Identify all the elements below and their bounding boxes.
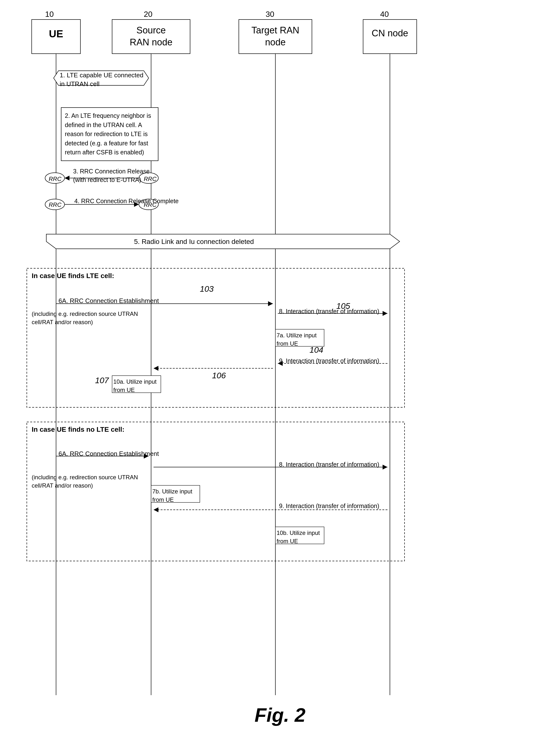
msg5-label: 5. Radio Link and Iu connection deleted bbox=[134, 238, 254, 246]
rrc-source-msg3: RRC bbox=[144, 176, 156, 183]
svg-marker-32 bbox=[383, 465, 388, 470]
svg-rect-28 bbox=[27, 422, 405, 561]
entity-num-cn: 40 bbox=[380, 10, 389, 19]
svg-marker-27 bbox=[154, 366, 158, 371]
msg-10a-lte: 10a. Utilize inputfrom UE bbox=[113, 378, 156, 394]
diagram-container: 10 20 30 40 UE SourceRAN node Target RAN… bbox=[0, 0, 560, 741]
svg-marker-21 bbox=[383, 311, 388, 316]
callout-106: 106 bbox=[212, 371, 226, 380]
msg1-label: 1. LTE capable UE connected in UTRAN cel… bbox=[60, 71, 147, 88]
entity-num-target: 30 bbox=[266, 10, 274, 19]
msg-8-lte: 8. Interaction (transfer of information) bbox=[279, 308, 379, 315]
msg-6a-lte: 6A. RRC Connection Establishment bbox=[59, 297, 159, 305]
msg-9-nolte: 9. Interaction (transfer of information) bbox=[279, 502, 379, 510]
msg-incl-nolte: (including e.g. redirection source UTRAN… bbox=[32, 473, 138, 489]
callout-104: 104 bbox=[310, 345, 323, 355]
msg3-label: 3. RRC Connection Release (with redirect… bbox=[73, 167, 151, 184]
msg-10b-nolte: 10b. Utilize inputfrom UE bbox=[276, 529, 320, 545]
entity-label-cn: CN node bbox=[363, 28, 417, 39]
svg-rect-17 bbox=[27, 268, 405, 407]
svg-marker-35 bbox=[154, 507, 158, 512]
callout-103: 103 bbox=[200, 284, 214, 294]
entity-num-source: 20 bbox=[144, 10, 153, 19]
entity-label-target: Target RANnode bbox=[239, 24, 312, 49]
rrc-source-msg4: RRC bbox=[144, 201, 156, 208]
msg-8-nolte: 8. Interaction (transfer of information) bbox=[279, 461, 379, 468]
svg-marker-19 bbox=[268, 301, 273, 306]
entity-label-source: SourceRAN node bbox=[112, 24, 190, 49]
svg-marker-11 bbox=[65, 176, 69, 181]
callout-107: 107 bbox=[95, 376, 109, 385]
msg4-label: 4. RRC Connection Release Complete bbox=[74, 198, 179, 205]
no-lte-section-label: In case UE finds no LTE cell: bbox=[32, 426, 125, 433]
msg-7b-nolte: 7b. Utilize inputfrom UE bbox=[152, 487, 192, 504]
lte-section-label: In case UE finds LTE cell: bbox=[32, 272, 114, 280]
msg-6a-nolte: 6A. RRC Connection Establishment bbox=[59, 450, 159, 458]
entity-num-ue: 10 bbox=[45, 10, 54, 19]
rrc-ue-msg4: RRC bbox=[49, 201, 61, 208]
rrc-ue-msg3: RRC bbox=[49, 176, 61, 183]
msg2-box: 2. An LTE frequency neighbor is defined … bbox=[61, 107, 158, 161]
msg-9-lte: 9. Interaction (transfer of information) bbox=[279, 357, 379, 364]
entity-label-ue: UE bbox=[32, 28, 80, 40]
callout-105: 105 bbox=[336, 301, 350, 311]
figure-title: Fig. 2 bbox=[0, 704, 560, 726]
msg-incl-lte: (including e.g. redirection source UTRAN… bbox=[32, 310, 138, 326]
